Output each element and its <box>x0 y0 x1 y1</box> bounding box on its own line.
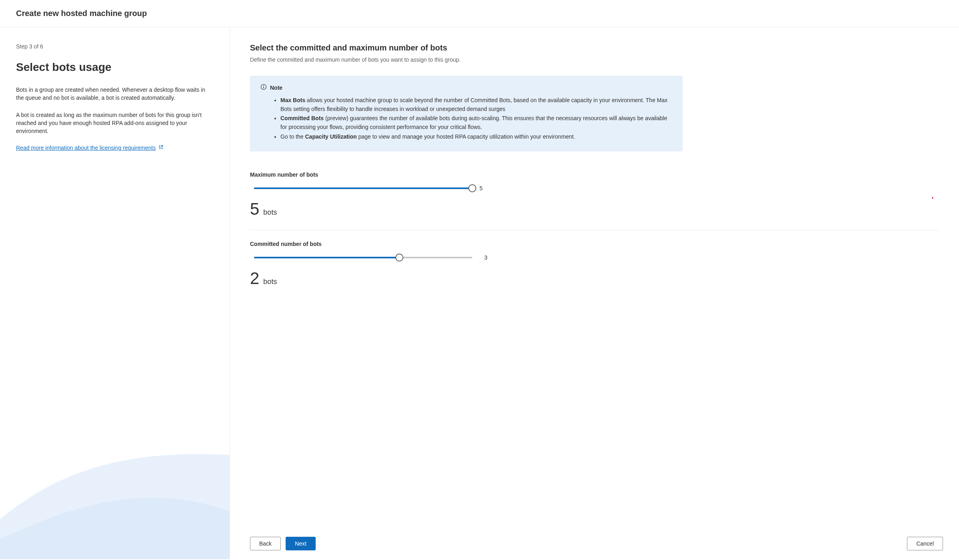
note-bullet-2-strong: Committed Bots <box>280 115 324 121</box>
note-bullet-3-strong: Capacity Utilization <box>305 133 357 140</box>
committed-bots-display: 2 bots <box>250 269 939 288</box>
note-bullet-3-rest: page to view and manage your hosted RPA … <box>357 133 575 140</box>
sidebar-link-wrapper: Read more information about the licensin… <box>16 144 212 152</box>
note-bullet-2: Committed Bots (preview) guarantees the … <box>280 114 672 131</box>
note-bullet-1-strong: Max Bots <box>280 97 305 103</box>
max-bots-slider[interactable] <box>250 184 476 192</box>
max-bots-slider-row: 5 <box>250 184 939 192</box>
back-button[interactable]: Back <box>250 537 281 550</box>
note-callout: Note Max Bots allows your hosted machine… <box>250 76 683 151</box>
note-header: Note <box>260 84 672 91</box>
committed-bots-section: Committed number of bots 3 2 bots <box>250 241 939 288</box>
note-bullet-1: Max Bots allows your hosted machine grou… <box>280 96 672 113</box>
licensing-link[interactable]: Read more information about the licensin… <box>16 144 164 152</box>
note-bullet-2-rest: (preview) guarantees the number of avail… <box>280 115 667 130</box>
committed-bots-slider-row: 3 <box>250 254 939 262</box>
main-title: Select the committed and maximum number … <box>250 43 939 52</box>
footer-bar: Back Next Cancel <box>250 537 943 550</box>
layout: Step 3 of 6 Select bots usage Bots in a … <box>0 27 959 559</box>
cancel-button[interactable]: Cancel <box>907 537 943 550</box>
section-divider <box>250 230 939 230</box>
info-icon <box>260 84 267 91</box>
committed-bots-tick: 3 <box>484 254 488 261</box>
committed-bots-slider[interactable] <box>250 254 476 262</box>
sidebar-para-1: Bots in a group are created when needed.… <box>16 86 212 102</box>
licensing-link-text: Read more information about the licensin… <box>16 144 156 152</box>
note-list: Max Bots allows your hosted machine grou… <box>260 96 672 141</box>
page-title: Create new hosted machine group <box>16 9 943 18</box>
note-bullet-1-rest: allows your hosted machine group to scal… <box>280 97 667 112</box>
decorative-wave <box>0 439 230 559</box>
committed-bots-number: 2 <box>250 269 259 288</box>
max-bots-display: 5 bots <box>250 199 939 219</box>
external-link-icon <box>158 144 164 152</box>
sidebar: Step 3 of 6 Select bots usage Bots in a … <box>0 27 230 559</box>
page-header: Create new hosted machine group <box>0 0 959 27</box>
main-subtitle: Define the committed and maximum number … <box>250 56 939 63</box>
main-content: Select the committed and maximum number … <box>230 27 959 559</box>
svg-point-1 <box>263 85 264 86</box>
note-label: Note <box>270 85 282 91</box>
red-dot-indicator <box>932 197 933 199</box>
max-bots-label: Maximum number of bots <box>250 171 939 178</box>
sidebar-para-2: A bot is created as long as the maximum … <box>16 111 212 135</box>
note-bullet-3: Go to the Capacity Utilization page to v… <box>280 133 672 141</box>
slider-fill <box>254 257 399 258</box>
slider-thumb[interactable] <box>468 184 476 192</box>
step-indicator: Step 3 of 6 <box>16 43 214 50</box>
next-button[interactable]: Next <box>286 537 316 550</box>
committed-bots-label: Committed number of bots <box>250 241 939 247</box>
max-bots-unit: bots <box>263 208 277 217</box>
max-bots-tick: 5 <box>480 185 483 191</box>
max-bots-section: Maximum number of bots 5 5 bots <box>250 171 939 219</box>
svg-rect-2 <box>263 87 264 89</box>
slider-fill <box>254 187 472 189</box>
note-bullet-3-prefix: Go to the <box>280 133 305 140</box>
sidebar-heading: Select bots usage <box>16 61 214 74</box>
max-bots-number: 5 <box>250 199 259 219</box>
slider-thumb[interactable] <box>395 254 403 262</box>
committed-bots-unit: bots <box>263 278 277 286</box>
